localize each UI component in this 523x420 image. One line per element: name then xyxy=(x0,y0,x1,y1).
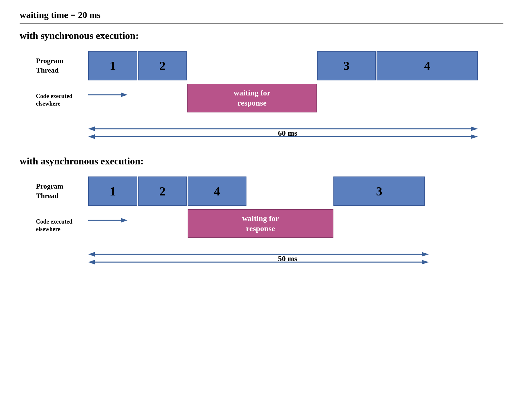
sync-program-thread-label: ProgramThread xyxy=(36,56,88,75)
async-blocks-area: 1 2 4 3 xyxy=(88,176,487,206)
async-arrow-area: 50 ms xyxy=(88,248,487,268)
async-code-label: Code executedelsewhere xyxy=(36,218,88,233)
async-timing-label: 50 ms xyxy=(88,254,487,263)
sync-block-4: 4 xyxy=(377,51,478,80)
sync-section-title: with synchronous execution: xyxy=(20,30,503,41)
sync-code-label: Code executedelsewhere xyxy=(36,92,88,108)
async-diagram: ProgramThread 1 2 4 3 Code executedelsew… xyxy=(36,176,487,268)
svg-marker-9 xyxy=(121,218,127,223)
sync-block-2: 2 xyxy=(138,51,187,80)
async-waiting-block: waiting forresponse xyxy=(188,209,333,238)
sync-small-arrow-icon xyxy=(88,90,127,99)
async-block-2: 2 xyxy=(138,176,187,206)
sync-diagram: ProgramThread 1 2 3 4 Code executedelsew… xyxy=(36,51,487,143)
waiting-time-label: waiting time = 20 ms xyxy=(20,10,503,24)
async-block-1: 1 xyxy=(88,176,137,206)
sync-arrow-area: 60 ms xyxy=(88,123,487,143)
async-section-title: with asynchronous execution: xyxy=(20,156,503,167)
async-code-area: waiting forresponse xyxy=(88,209,487,242)
async-small-arrow-icon xyxy=(88,216,127,225)
async-program-thread-label: ProgramThread xyxy=(36,182,88,200)
async-block-4: 4 xyxy=(188,176,246,206)
sync-blocks-area: 1 2 3 4 xyxy=(88,51,487,80)
sync-timing-label: 60 ms xyxy=(88,129,487,138)
sync-waiting-block: waiting forresponse xyxy=(187,84,317,112)
async-block-3: 3 xyxy=(333,176,425,206)
svg-marker-1 xyxy=(121,92,127,97)
sync-block-1: 1 xyxy=(88,51,137,80)
sync-block-3: 3 xyxy=(317,51,376,80)
sync-code-area: waiting forresponse xyxy=(88,84,487,116)
